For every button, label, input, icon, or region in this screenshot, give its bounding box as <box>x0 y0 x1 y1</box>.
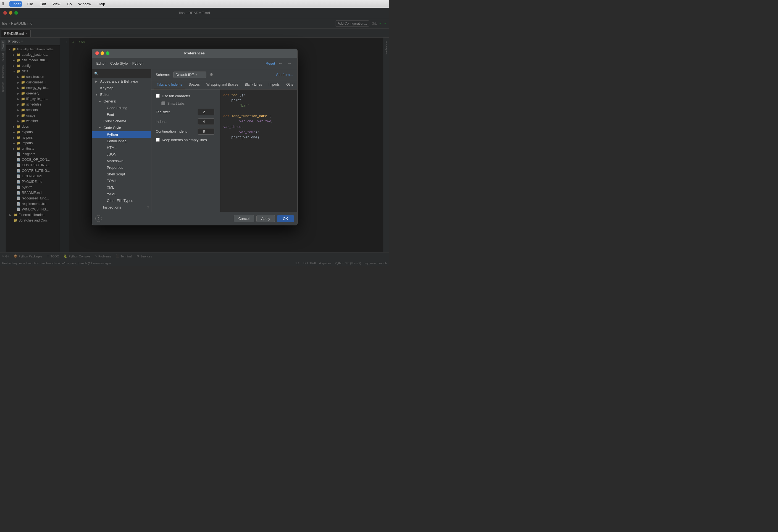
expand-icon: ▼ <box>95 93 99 96</box>
dtree-other-file-types[interactable]: Other File Types <box>92 198 151 204</box>
dtree-shell-script[interactable]: Shell Script <box>92 171 151 177</box>
set-from-link[interactable]: Set from... <box>276 73 293 77</box>
smart-tabs-checkbox[interactable] <box>161 101 165 105</box>
menu-go[interactable]: Go <box>66 1 73 7</box>
continuation-label: Continuation indent: <box>156 129 194 133</box>
preview-line8: print(var_one) <box>224 135 294 140</box>
dtree-toml[interactable]: TOML <box>92 177 151 184</box>
help-button[interactable]: ? <box>95 215 102 222</box>
nav-forward-button[interactable]: → <box>286 60 293 66</box>
settings-tabs: Tabs and Indents Spaces Wrapping and Bra… <box>151 80 297 89</box>
inspections-badge: ⊡ <box>147 206 149 209</box>
menu-finder[interactable]: Finder <box>9 1 22 7</box>
indent-input[interactable] <box>198 119 214 125</box>
scheme-gear-button[interactable]: ⚙ <box>210 72 213 77</box>
nav-back-button[interactable]: ← <box>278 60 284 66</box>
search-icon: 🔍 <box>94 72 99 76</box>
settings-body: Use tab character Smart tabs Tab size: <box>151 89 297 212</box>
settings-form: Use tab character Smart tabs Tab size: <box>151 89 220 212</box>
dtree-xml[interactable]: XML <box>92 184 151 191</box>
dialog-maximize-button[interactable] <box>106 51 109 55</box>
item-label: XML <box>107 185 114 189</box>
item-label: Appearance & Behavior <box>100 79 138 83</box>
scheme-bar: Scheme: Default IDE ▾ ⚙ Set from... <box>151 69 297 80</box>
macos-menubar:  Finder File Edit View Go Window Help <box>0 0 389 8</box>
search-bar: 🔍 <box>92 69 151 78</box>
breadcrumb-editor: Editor <box>96 61 106 66</box>
dialog-minimize-button[interactable] <box>100 51 104 55</box>
dialog-footer: ? Cancel Apply OK <box>92 212 297 225</box>
item-label: General <box>103 99 116 103</box>
item-label: Keymap <box>100 86 113 90</box>
dtree-python[interactable]: Python <box>92 131 151 138</box>
dialog-titlebar: Preferences <box>92 49 297 58</box>
search-input[interactable] <box>100 72 149 75</box>
tab-blank-lines[interactable]: Blank Lines <box>241 80 265 89</box>
dtree-yaml[interactable]: YAML <box>92 191 151 198</box>
dtree-keymap[interactable]: Keymap <box>92 85 151 91</box>
continuation-input[interactable] <box>198 128 214 135</box>
scheme-label: Scheme: <box>156 73 170 77</box>
use-tab-char-row: Use tab character <box>156 94 216 98</box>
cancel-button[interactable]: Cancel <box>234 215 254 222</box>
apple-icon:  <box>2 1 4 6</box>
preview-line1: def foo (): <box>224 93 294 98</box>
dtree-json[interactable]: JSON <box>92 151 151 158</box>
tab-tabs-indents[interactable]: Tabs and Indents <box>154 80 185 89</box>
ok-button[interactable]: OK <box>277 215 294 222</box>
dtree-code-style[interactable]: ▼ Code Style <box>92 125 151 131</box>
item-label: TOML <box>107 179 117 183</box>
dialog-close-button[interactable] <box>95 51 99 55</box>
dtree-color-scheme[interactable]: Color Scheme <box>92 118 151 125</box>
preview-line3: 'bar' <box>224 103 294 108</box>
smart-tabs-row: Smart tabs <box>156 101 216 105</box>
item-label: Inspections <box>103 205 121 209</box>
dtree-inspections[interactable]: Inspections ⊡ <box>92 204 151 211</box>
item-label: Properties <box>107 165 123 170</box>
reset-link[interactable]: Reset <box>266 61 275 66</box>
dialog-window-controls <box>95 51 109 55</box>
menu-window[interactable]: Window <box>77 1 92 7</box>
dtree-properties[interactable]: Properties <box>92 164 151 171</box>
dtree-appearance[interactable]: ▶ Appearance & Behavior <box>92 78 151 85</box>
apply-button[interactable]: Apply <box>256 215 275 222</box>
tab-imports[interactable]: Imports <box>265 80 283 89</box>
use-tab-character-checkbox[interactable] <box>156 94 160 98</box>
dialog-breadcrumb: Editor › Code Style › Python <box>96 61 144 66</box>
indent-label: Indent: <box>156 120 194 124</box>
dtree-editorconfig[interactable]: EditorConfig <box>92 138 151 144</box>
dialog-overlay: Preferences Editor › Code Style › Python… <box>0 8 389 266</box>
item-label: YAML <box>107 192 116 196</box>
menu-view[interactable]: View <box>52 1 61 7</box>
dtree-editor[interactable]: ▼ Editor <box>92 91 151 98</box>
dialog-header-actions: Reset ← → <box>266 60 293 66</box>
breadcrumb-python: Python <box>132 61 143 66</box>
dtree-markdown[interactable]: Markdown <box>92 158 151 164</box>
footer-buttons: Cancel Apply OK <box>234 215 294 222</box>
dtree-general[interactable]: ▶ General <box>92 98 151 105</box>
keep-indents-checkbox[interactable] <box>156 138 160 142</box>
menu-file[interactable]: File <box>26 1 34 7</box>
scheme-value: Default IDE <box>176 73 194 77</box>
dialog-title: Preferences <box>184 51 205 55</box>
item-label: JSON <box>107 152 116 156</box>
item-label: Code Style <box>103 126 121 130</box>
tab-other[interactable]: Other <box>283 80 297 89</box>
dialog-body: 🔍 ▶ Appearance & Behavior Keymap ▼ E <box>92 69 297 212</box>
expand-icon: ▶ <box>99 100 102 103</box>
dtree-font[interactable]: Font <box>92 111 151 118</box>
dtree-html[interactable]: HTML <box>92 144 151 151</box>
dtree-code-editing[interactable]: Code Editing <box>92 105 151 111</box>
tab-wrapping[interactable]: Wrapping and Braces <box>203 80 241 89</box>
continuation-row: Continuation indent: <box>156 128 216 135</box>
scheme-dropdown[interactable]: Default IDE ▾ <box>173 72 206 78</box>
item-label: EditorConfig <box>107 139 127 143</box>
menu-help[interactable]: Help <box>97 1 106 7</box>
preview-line5: def long_function_name ( <box>224 114 294 119</box>
menu-edit[interactable]: Edit <box>39 1 47 7</box>
tab-size-input[interactable] <box>198 109 214 115</box>
dtree-file-code-templates[interactable]: File and Code Templates <box>92 211 151 212</box>
indent-row: Indent: <box>156 119 216 125</box>
tab-spaces[interactable]: Spaces <box>185 80 203 89</box>
code-preview: def foo (): print 'bar' <box>220 89 297 212</box>
